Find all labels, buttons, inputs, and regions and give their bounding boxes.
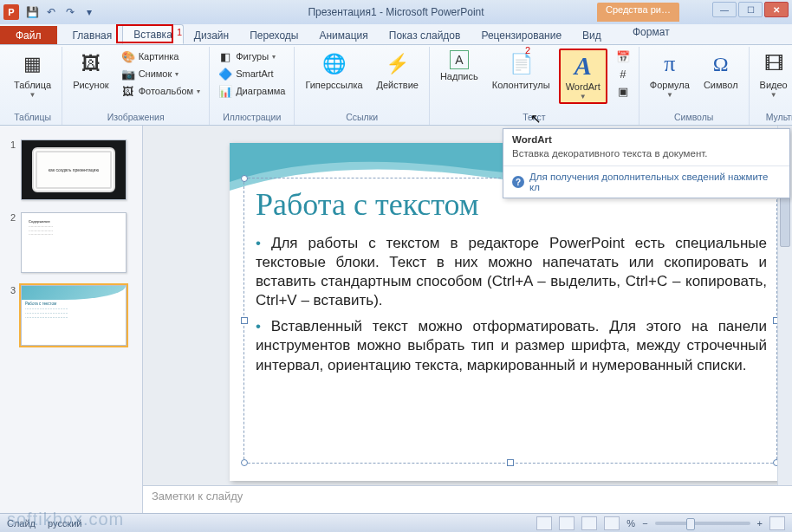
shapes-button[interactable]: ◧Фигуры▾ — [215, 49, 289, 64]
group-label-media: Мультимедиа — [755, 110, 792, 123]
thumbnails-panel: 1 как создать презентацию 2 Содержание……… — [0, 126, 143, 513]
wordart-button[interactable]: AWordArt▼ — [559, 49, 607, 104]
action-icon: ⚡ — [384, 50, 412, 78]
slidenumber-button[interactable]: # — [613, 66, 633, 81]
redo-icon[interactable]: ↷ — [62, 4, 78, 20]
tab-design[interactable]: Дизайн — [184, 26, 239, 44]
tab-view[interactable]: Вид — [572, 26, 612, 44]
clipart-icon: 🎨 — [121, 49, 135, 63]
symbol-button[interactable]: ΩСимвол — [698, 49, 743, 93]
maximize-button[interactable]: ☐ — [738, 2, 763, 17]
tooltip-title: WordArt — [503, 129, 789, 146]
action-button[interactable]: ⚡Действие — [372, 49, 424, 93]
formula-button[interactable]: πФормула▼ — [645, 49, 695, 101]
group-symbols: πФормула▼ ΩСимвол Символы — [639, 47, 750, 125]
tab-format[interactable]: Формат — [633, 26, 670, 38]
table-icon: ▦ — [19, 50, 47, 78]
save-icon[interactable]: 💾 — [24, 4, 40, 20]
zoom-in-button[interactable]: + — [757, 518, 763, 529]
slide-body[interactable]: Для работы с текстом в редакторе PowerPo… — [256, 234, 767, 382]
object-button[interactable]: ▣ — [613, 83, 633, 99]
tooltip-help: ?Для получения дополнительных сведений н… — [503, 165, 789, 198]
number-icon: # — [616, 67, 630, 81]
resize-handle-nw[interactable] — [241, 175, 248, 182]
slide-title[interactable]: Работа с текстом — [256, 186, 479, 223]
screenshot-icon: 📷 — [121, 67, 135, 81]
textbox-icon: A — [450, 50, 469, 69]
contextual-tab[interactable]: Средства ри… — [597, 3, 679, 22]
smartart-button[interactable]: 🔷SmartArt — [215, 66, 289, 81]
resize-handle-w[interactable] — [241, 317, 248, 324]
annotation-label-1: 1 — [177, 27, 182, 37]
title-bar: P 💾 ↶ ↷ ▾ Презентация1 - Microsoft Power… — [0, 0, 792, 24]
tab-slideshow[interactable]: Показ слайдов — [379, 26, 471, 44]
readingview-button[interactable] — [581, 516, 597, 530]
group-label-symbols: Символы — [645, 110, 743, 123]
group-tables: ▦ Таблица▼ Таблицы — [3, 47, 62, 125]
minimize-button[interactable]: — — [712, 2, 737, 17]
textbox-button[interactable]: AНадпись — [435, 49, 484, 84]
undo-icon[interactable]: ↶ — [43, 4, 59, 20]
zoom-slider[interactable] — [655, 522, 750, 525]
group-links: 🌐Гиперссылка ⚡Действие Ссылки — [295, 47, 430, 125]
headerfooter-icon: 📄 — [507, 50, 535, 78]
clipart-button[interactable]: 🎨Картинка — [118, 49, 204, 64]
photoalbum-icon: 🖼 — [121, 84, 135, 98]
group-label-illus: Иллюстрации — [215, 110, 289, 123]
chart-icon: 📊 — [218, 84, 232, 98]
table-button[interactable]: ▦ Таблица▼ — [9, 49, 56, 101]
annotation-box-1 — [116, 24, 173, 43]
ribbon: ▦ Таблица▼ Таблицы 🖼 Рисунок 🎨Картинка 📷… — [0, 45, 792, 126]
screenshot-button[interactable]: 📷Снимок▾ — [118, 66, 204, 81]
sorterview-button[interactable] — [559, 516, 575, 530]
tab-transitions[interactable]: Переходы — [239, 26, 308, 44]
qat-dropdown-icon[interactable]: ▾ — [81, 4, 97, 20]
datetime-icon: 📅 — [616, 49, 630, 63]
video-button[interactable]: 🎞Видео▼ — [755, 49, 792, 101]
resize-handle-s[interactable] — [507, 459, 514, 466]
object-icon: ▣ — [616, 84, 630, 98]
help-icon: ? — [512, 176, 524, 188]
wordart-tooltip: WordArt Вставка декоративного текста в д… — [503, 128, 790, 198]
fit-button[interactable] — [769, 516, 785, 530]
tooltip-body: Вставка декоративного текста в документ. — [503, 146, 789, 165]
pi-icon: π — [656, 50, 684, 78]
mouse-cursor: ↖ — [530, 111, 542, 127]
shapes-icon: ◧ — [218, 49, 232, 63]
thumbnail-3[interactable]: 3 Работа с текстом…………………………………………………………… — [7, 285, 135, 346]
group-label-images: Изображения — [68, 110, 204, 123]
photoalbum-button[interactable]: 🖼Фотоальбом▾ — [118, 83, 204, 99]
slideshowview-button[interactable] — [604, 516, 620, 530]
quick-access-toolbar: 💾 ↶ ↷ ▾ — [24, 4, 97, 20]
hyperlink-button[interactable]: 🌐Гиперссылка — [300, 49, 367, 93]
omega-icon: Ω — [707, 50, 735, 78]
normalview-button[interactable] — [536, 516, 552, 530]
tab-file[interactable]: Файл — [0, 26, 57, 44]
group-label-tables: Таблицы — [9, 110, 56, 123]
datetime-button[interactable]: 📅 — [613, 49, 633, 64]
annotation-label-2: 2 — [525, 45, 530, 55]
chart-button[interactable]: 📊Диаграмма — [215, 83, 289, 99]
notes-pane[interactable]: Заметки к слайду — [143, 485, 792, 513]
tab-review[interactable]: Рецензирование — [471, 26, 572, 44]
video-icon: 🎞 — [760, 50, 788, 78]
headerfooter-button[interactable]: 📄Колонтитулы — [487, 49, 555, 93]
picture-button[interactable]: 🖼 Рисунок — [68, 49, 114, 93]
app-icon: P — [3, 4, 19, 20]
group-media: 🎞Видео▼ 🔊Звук▼ Мультимедиа — [750, 47, 792, 125]
thumbnail-1[interactable]: 1 как создать презентацию — [7, 139, 135, 200]
picture-icon: 🖼 — [77, 50, 105, 78]
tab-animations[interactable]: Анимация — [308, 26, 378, 44]
zoom-out-button[interactable]: − — [642, 518, 647, 529]
wordart-icon: A — [569, 52, 597, 80]
smartart-icon: 🔷 — [218, 67, 232, 81]
resize-handle-sw[interactable] — [241, 459, 248, 466]
group-images: 🖼 Рисунок 🎨Картинка 📷Снимок▾ 🖼Фотоальбом… — [62, 47, 210, 125]
zoom-percent[interactable]: % — [626, 518, 635, 529]
thumbnail-2[interactable]: 2 Содержание……………………………………………………… — [7, 212, 135, 273]
group-label-links: Ссылки — [300, 110, 424, 123]
close-button[interactable]: ✕ — [764, 2, 789, 17]
watermark: softikbox.com — [7, 509, 124, 529]
tab-home[interactable]: Главная — [62, 26, 123, 44]
globe-icon: 🌐 — [320, 50, 347, 78]
